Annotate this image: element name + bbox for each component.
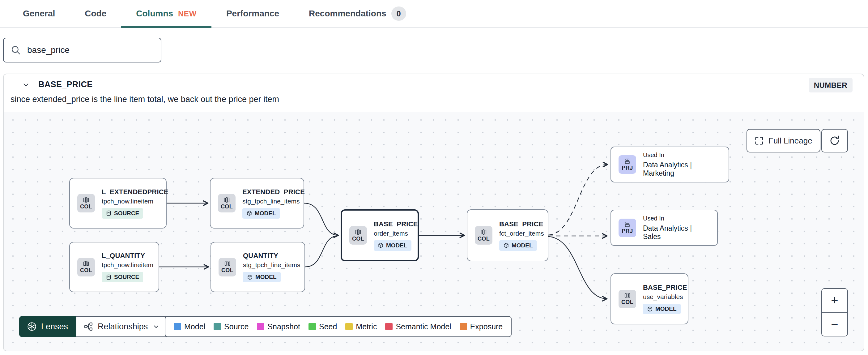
used-in-label: Used In — [643, 151, 664, 159]
search-icon — [10, 45, 21, 55]
tab-general[interactable]: General — [8, 0, 70, 27]
tab-code[interactable]: Code — [70, 0, 121, 27]
zoom-in-button[interactable]: + — [822, 289, 847, 312]
lineage-node-l-extendedprice[interactable]: COL L_EXTENDEDPRICE tpch_now.lineitem SO… — [69, 178, 166, 229]
column-chip: COL — [219, 258, 236, 276]
zoom-out-button[interactable]: − — [822, 312, 847, 336]
used-in-label: Used In — [643, 215, 664, 222]
node-title: QUANTITY — [243, 252, 278, 260]
lineage-edges — [4, 112, 864, 351]
column-chip: COL — [349, 226, 367, 245]
node-title: BASE_PRICE — [643, 284, 687, 292]
search-input[interactable] — [27, 45, 154, 55]
node-subtitle: fct_order_items — [499, 230, 544, 237]
source-badge: SOURCE — [102, 208, 143, 218]
node-subtitle: tpch_now.lineitem — [102, 198, 153, 205]
node-title: Data Analytics | Sales — [643, 224, 710, 241]
tab-recommendations[interactable]: Recommendations 0 — [294, 0, 421, 27]
chevron-down-icon — [22, 81, 30, 89]
legend-swatch — [345, 323, 353, 330]
legend-swatch — [460, 323, 467, 330]
lenses-button[interactable]: Lenses — [19, 316, 76, 337]
tab-columns[interactable]: Columns NEW — [121, 0, 211, 27]
full-lineage-button[interactable]: Full Lineage — [746, 129, 820, 152]
column-lineage-page: { "tabs": { "general": "General", "code"… — [0, 0, 868, 355]
lineage-node-quantity[interactable]: COL QUANTITY stg_tpch_line_items MODEL — [211, 242, 305, 292]
new-badge: NEW — [178, 9, 196, 18]
lineage-node-used-in-sales[interactable]: PRJ Used In Data Analytics | Sales — [611, 210, 718, 246]
columns-icon — [223, 197, 230, 203]
cube-icon — [247, 274, 253, 280]
expand-icon — [754, 136, 764, 145]
model-badge: MODEL — [499, 240, 537, 251]
zoom-control: + − — [821, 288, 848, 336]
column-chip: COL — [619, 290, 636, 308]
recommendations-count-badge: 0 — [391, 6, 406, 21]
refresh-button[interactable] — [821, 129, 848, 152]
lens-controls: Lenses Relationships — [19, 316, 168, 337]
legend-swatch — [309, 323, 316, 330]
legend-swatch — [214, 323, 221, 330]
lineage-canvas[interactable]: COL L_EXTENDEDPRICE tpch_now.lineitem SO… — [4, 112, 864, 351]
node-subtitle: order_items — [374, 230, 408, 237]
legend-swatch — [385, 323, 393, 330]
column-chip: COL — [475, 226, 492, 245]
legend-item-metric: Metric — [345, 322, 377, 331]
legend-item-semantic-model: Semantic Model — [385, 322, 451, 331]
project-icon — [624, 221, 630, 228]
node-title: L_QUANTITY — [102, 252, 145, 260]
node-title: EXTENDED_PRICE — [242, 188, 305, 196]
columns-icon — [83, 197, 89, 203]
lineage-node-used-in-marketing[interactable]: PRJ Used In Data Analytics | Marketing — [611, 147, 729, 182]
legend-swatch — [257, 323, 264, 330]
column-name: BASE_PRICE — [38, 80, 93, 89]
node-subtitle: stg_tpch_line_items — [242, 198, 300, 205]
lineage-node-extended-price[interactable]: COL EXTENDED_PRICE stg_tpch_line_items M… — [210, 178, 304, 229]
column-search — [3, 38, 161, 62]
column-chip: COL — [77, 258, 95, 276]
project-chip: PRJ — [619, 218, 636, 237]
lineage-node-l-quantity[interactable]: COL L_QUANTITY tpch_now.lineitem SOURCE — [69, 242, 159, 292]
node-title: BASE_PRICE — [499, 220, 544, 228]
legend-item-snapshot: Snapshot — [257, 322, 300, 331]
node-subtitle: stg_tpch_line_items — [243, 261, 301, 269]
model-badge: MODEL — [243, 272, 281, 282]
columns-icon — [355, 229, 361, 235]
legend-swatch — [174, 323, 181, 330]
refresh-icon — [829, 136, 840, 146]
columns-icon — [83, 260, 89, 267]
legend-item-seed: Seed — [309, 322, 337, 331]
cube-icon — [503, 242, 509, 248]
node-title: L_EXTENDEDPRICE — [102, 188, 168, 196]
model-badge: MODEL — [242, 208, 280, 218]
source-badge: SOURCE — [102, 272, 143, 282]
legend-item-model: Model — [174, 322, 205, 331]
chevron-down-icon — [152, 323, 160, 330]
lineage-node-base-price-fct-order-items[interactable]: COL BASE_PRICE fct_order_items MODEL — [467, 209, 548, 261]
lineage-node-base-price-use-variables[interactable]: COL BASE_PRICE use_variables MODEL — [611, 273, 688, 324]
relationships-dropdown[interactable]: Relationships — [76, 316, 168, 337]
lineage-node-base-price-order-items[interactable]: COL BASE_PRICE order_items MODEL — [341, 209, 419, 261]
columns-icon — [624, 292, 630, 299]
column-chip: COL — [218, 194, 236, 212]
model-badge: MODEL — [374, 240, 411, 251]
column-panel-header: BASE_PRICE NUMBER since extended_price i… — [4, 74, 864, 112]
legend-item-source: Source — [214, 322, 249, 331]
node-subtitle: use_variables — [643, 293, 683, 301]
project-icon — [624, 158, 630, 165]
database-icon — [106, 210, 112, 216]
aperture-icon — [27, 322, 37, 331]
node-type-legend: Model Source Snapshot Seed Metric Semant… — [165, 316, 512, 337]
tab-bar: General Code Columns NEW Performance Rec… — [0, 0, 868, 28]
tab-performance[interactable]: Performance — [211, 0, 294, 27]
column-description: since extended_price is the line item to… — [10, 95, 279, 104]
columns-icon — [480, 229, 487, 235]
cube-icon — [378, 242, 383, 248]
node-title: BASE_PRICE — [374, 220, 418, 228]
relationships-icon — [84, 322, 93, 331]
column-chip: COL — [77, 194, 95, 212]
columns-icon — [224, 260, 230, 267]
collapse-toggle[interactable] — [20, 79, 32, 91]
database-icon — [106, 274, 112, 280]
project-chip: PRJ — [619, 155, 636, 174]
